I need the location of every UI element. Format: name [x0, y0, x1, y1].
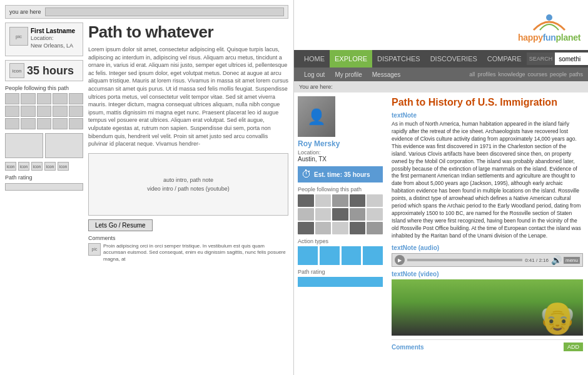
avatar-cell: [315, 208, 332, 221]
nav-item-home[interactable]: HOME: [299, 50, 330, 68]
wire-avatar: [37, 118, 51, 129]
wire-pic-row: pic First Lastname Location: New Orleans…: [9, 27, 79, 49]
video-note-label: textNote (video): [392, 271, 583, 278]
action-blocks: [298, 246, 383, 265]
avatar-cell: [350, 222, 366, 234]
right-body: 👤 Roy Mersky Location: Austin, TX ⏱ Est.…: [294, 92, 588, 375]
text-note-label: textNote: [392, 112, 583, 119]
subnav-messages[interactable]: Messages: [367, 71, 406, 78]
nav-item-compare[interactable]: COMPARE: [482, 50, 527, 68]
nav-item-discoveries[interactable]: DISCOVERIES: [425, 50, 482, 68]
avatar-cell: [315, 222, 332, 234]
wire-icon-sm: icon: [18, 162, 29, 171]
filter-knowledge[interactable]: knowledge: [498, 71, 525, 78]
right-nav: HOME EXPLORE DISPATCHES DISCOVERIES COMP…: [294, 50, 588, 68]
avatar-cell: [298, 208, 314, 221]
wire-rating-bar: [5, 183, 83, 191]
right-subnav: Log out My profile Messages all profiles…: [294, 68, 588, 81]
right-panel: happyfunplanet HOME EXPLORE DISPATCHES D…: [294, 0, 588, 375]
logo-happy: happy: [518, 32, 543, 42]
audio-menu[interactable]: menu: [564, 257, 580, 264]
wire-profile-pic: pic: [9, 27, 28, 46]
logo-text: happyfunplanet: [518, 32, 580, 42]
add-comment-button[interactable]: ADD: [564, 342, 583, 351]
nav-bar-wireframe: [45, 8, 284, 16]
est-time-text: Est. time: 35 hours: [314, 171, 370, 178]
left-panel: you are here pic First Lastname Location…: [0, 0, 294, 375]
right-right-col: Path to History of U.S. Immigration text…: [387, 92, 588, 375]
wire-profile-location-label: Location:: [31, 35, 75, 42]
avatar-cell: [298, 222, 314, 234]
filter-people[interactable]: people: [550, 71, 567, 78]
avatar-cell: [350, 208, 366, 221]
wire-col-item: [5, 133, 43, 158]
audio-play-button[interactable]: ▶: [395, 255, 405, 265]
wire-avatar: [69, 106, 83, 117]
filter-all[interactable]: all: [469, 71, 475, 78]
path-rating-bar: [298, 277, 383, 287]
filter-paths[interactable]: paths: [569, 71, 583, 78]
action-block: [363, 246, 383, 265]
avatar-cell: [332, 194, 348, 207]
wire-comment-text: Proin adipiscing orci in orci semper tri…: [103, 243, 288, 262]
audio-volume-icon[interactable]: 🔊: [551, 255, 562, 265]
person-loc-label: Location:: [298, 149, 383, 156]
wire-icon-sm: icon: [31, 162, 43, 171]
person-name: Roy Mersky: [298, 139, 383, 148]
you-are-here-bar: You are here:: [294, 81, 588, 92]
subnav-profile[interactable]: My profile: [330, 71, 367, 78]
comments-label: Comments ADD: [392, 342, 583, 351]
you-are-here-label: you are here: [9, 9, 41, 15]
search-label: SEARCH: [527, 52, 555, 65]
action-block: [320, 246, 340, 265]
est-time-box: ⏱ Est. time: 35 hours: [298, 166, 383, 182]
wire-comment-row: pic Proin adipiscing orci in orci semper…: [88, 243, 288, 262]
person-location: Austin, TX: [298, 156, 383, 162]
nav-search: SEARCH FIND: [527, 52, 588, 65]
avatar-cell: [367, 194, 383, 207]
wire-comments-label: Comments: [88, 235, 288, 241]
article-body: As in much of North America, human habit…: [392, 121, 583, 239]
top-bar: you are here: [5, 5, 288, 19]
wire-avatar: [21, 93, 35, 104]
wire-avatar: [53, 106, 67, 117]
right-header: happyfunplanet: [294, 0, 588, 50]
audio-progress-bar[interactable]: [407, 259, 522, 261]
wire-profile-box: pic First Lastname Location: New Orleans…: [5, 22, 83, 56]
wire-video-box: auto intro, path note video intro / path…: [88, 153, 288, 216]
logo-fun: fun: [543, 32, 556, 42]
wire-body-text: Lorem ipsum dolor sit amet, consectetur …: [88, 46, 288, 148]
filter-profiles[interactable]: profiles: [477, 71, 495, 78]
avatar-cell: [332, 222, 348, 234]
wire-profile-name: First Lastname: [31, 27, 75, 35]
comments-section: Comments ADD: [392, 339, 583, 351]
wire-name-location: First Lastname Location: New Orleans, LA: [31, 27, 75, 49]
audio-note-label: textNote (audio): [392, 244, 583, 251]
wire-content: pic First Lastname Location: New Orleans…: [5, 22, 288, 262]
lets-go-button[interactable]: Lets Go / Resume: [88, 219, 153, 231]
search-input[interactable]: [555, 52, 588, 65]
avatar-cell: [350, 194, 366, 207]
wire-col-item: [45, 133, 83, 158]
wire-following-label: People following this path: [5, 85, 83, 91]
nav-item-explore[interactable]: EXPLORE: [330, 50, 372, 68]
action-block: [342, 246, 362, 265]
subnav-logout[interactable]: Log out: [299, 71, 330, 78]
filter-courses[interactable]: courses: [527, 71, 547, 78]
wire-avatar: [37, 106, 51, 117]
wire-video-label: video intro / path notes (youtube): [147, 186, 230, 192]
profile-photo-img: 👤: [298, 96, 335, 137]
wire-avatar: [21, 106, 35, 117]
nav-item-dispatches[interactable]: DISPATCHES: [372, 50, 425, 68]
wire-sidebar: pic First Lastname Location: New Orleans…: [5, 22, 83, 262]
wire-avatar: [69, 118, 83, 129]
article-title: Path to History of U.S. Immigration: [392, 96, 583, 108]
right-left-col: 👤 Roy Mersky Location: Austin, TX ⏱ Est.…: [294, 92, 387, 375]
wire-page-title: Path to whatever: [88, 22, 288, 42]
wire-avatar: [5, 93, 19, 104]
wire-hours-value: 35 hours: [27, 64, 74, 78]
wire-hours-box: icon 35 hours: [5, 60, 83, 81]
avatar-cell: [367, 222, 383, 234]
wire-icon-sm: icon: [44, 162, 56, 171]
wire-profile-location: New Orleans, LA: [31, 42, 75, 50]
